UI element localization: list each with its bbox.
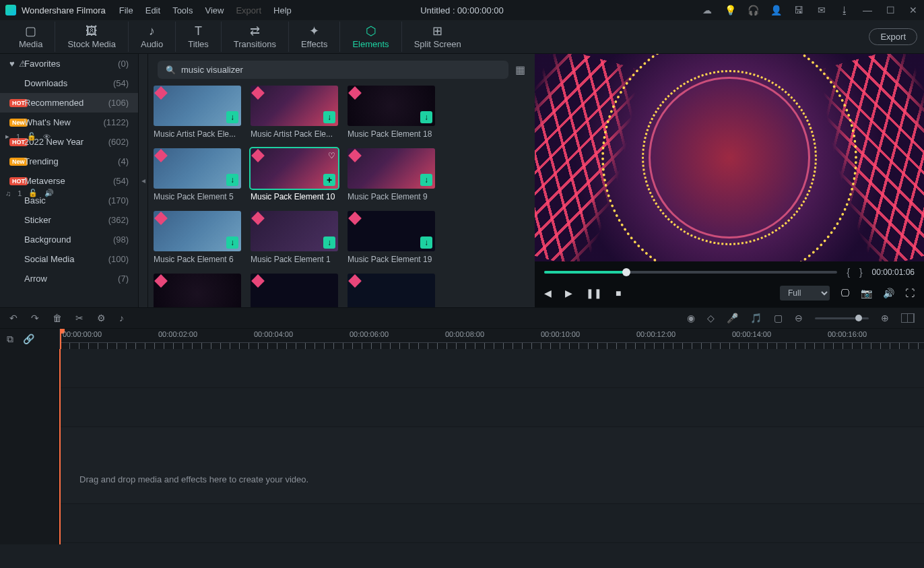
tab-effects[interactable]: ✦Effects [289,22,341,52]
lock-icon[interactable]: 🔓 [27,132,36,141]
sidebar-item-arrow[interactable]: Arrow(7) [0,269,138,288]
redo-icon[interactable]: ↷ [31,313,39,323]
timeline-link-icon[interactable]: 🔗 [23,334,34,344]
adjust-icon[interactable]: ⚙ [97,313,106,323]
save-icon[interactable]: 🖫 [793,5,804,15]
zoom-out-icon[interactable]: ⊖ [795,313,803,323]
pause-button[interactable]: ❚❚ [586,288,602,298]
playhead-line[interactable] [59,349,61,544]
timeline-body[interactable]: Drag and drop media and effects here to … [59,349,924,544]
menu-tools[interactable]: Tools [172,5,193,15]
element-card[interactable] [251,274,338,307]
snapshot-icon[interactable]: 📷 [861,288,872,298]
element-card[interactable]: ↓Music Pack Element 5 [154,148,241,201]
sidebar-item-trending[interactable]: NewTrending(4) [0,152,138,171]
lock-icon[interactable]: 🔓 [28,189,38,197]
download-icon[interactable]: ↓ [226,111,238,123]
audio-icon[interactable]: ♪ [119,313,124,323]
element-card[interactable]: ↓Music Pack Element 6 [154,211,241,264]
mail-icon[interactable]: ✉ [816,5,827,15]
element-card[interactable] [348,274,435,307]
element-thumb[interactable] [348,274,435,307]
delete-icon[interactable]: 🗑 [53,313,62,323]
music-icon[interactable]: 🎵 [750,313,762,323]
user-icon[interactable]: 👤 [770,5,781,15]
download-icon[interactable]: ↓ [420,174,432,186]
element-thumb[interactable] [251,274,338,307]
tab-titles[interactable]: TTitles [176,22,222,52]
element-thumb[interactable]: ↓ [154,148,241,189]
tab-transitions[interactable]: ⇄Transitions [222,22,289,52]
zoom-in-icon[interactable]: ⊕ [881,313,889,323]
sidebar-item-metaverse[interactable]: HOTMetaverse(54) [0,171,138,191]
element-thumb[interactable]: ↓ [154,86,241,126]
sidebar-item-social-media[interactable]: Social Media(100) [0,249,138,269]
element-thumb[interactable]: ↓ [251,86,338,126]
marker-icon[interactable]: ◇ [707,313,715,323]
tab-audio[interactable]: ♪Audio [129,22,176,52]
search-box[interactable]: 🔍 [158,61,508,79]
crop-icon[interactable]: ▢ [774,313,783,323]
menu-help[interactable]: Help [273,5,292,15]
scrub-track[interactable] [544,271,837,274]
download-icon[interactable]: ↓ [420,236,432,249]
record-voice-icon[interactable]: 🎤 [727,313,738,323]
timeline-ruler[interactable]: 00:00:00:0000:00:02:0000:00:04:0000:00:0… [59,329,924,349]
cut-icon[interactable]: ✂ [75,313,84,323]
tab-stock-media[interactable]: 🖼Stock Media [55,22,129,52]
sidebar-item-what-s-new[interactable]: NewWhat's New(1122) [0,113,138,132]
undo-icon[interactable]: ↶ [9,313,18,323]
sidebar-item-recommended[interactable]: HOTRecommended(106) [0,93,138,113]
quality-select[interactable]: Full [780,286,830,301]
playhead[interactable] [60,329,61,349]
download-icon[interactable]: ⭳ [839,5,850,15]
download-icon[interactable]: ↓ [323,236,335,249]
download-icon[interactable]: ↓ [420,111,432,123]
tab-elements[interactable]: ⬡Elements [340,22,401,52]
close-icon[interactable]: ✕ [908,5,919,15]
menu-edit[interactable]: Edit [145,5,160,15]
element-thumb[interactable]: ↓ [348,148,435,189]
download-icon[interactable]: ↓ [226,236,238,249]
mark-in-icon[interactable]: { [847,267,850,278]
element-thumb[interactable]: ↓ [251,211,338,251]
element-grid[interactable]: ↓Music Artist Pack Ele...↓Music Artist P… [148,86,535,307]
stop-button[interactable]: ■ [616,288,621,298]
element-thumb[interactable]: ♡+ [251,148,338,189]
headphones-icon[interactable]: 🎧 [748,5,758,15]
preview-canvas[interactable] [535,54,924,261]
download-icon[interactable]: ↓ [226,174,238,186]
favorite-icon[interactable]: ♡ [328,151,335,160]
element-thumb[interactable]: ↓ [348,86,435,126]
mute-icon[interactable]: 🔊 [44,189,54,197]
add-to-timeline-icon[interactable]: + [323,174,335,186]
fullscreen-icon[interactable]: ⛶ [905,288,915,298]
audio-track-header[interactable]: ♫ 1 🔓 🔊 [0,189,59,197]
grid-view-toggle[interactable]: ▦ [515,63,525,76]
element-card[interactable]: ↓Music Pack Element 1 [251,211,338,264]
sidebar-item-background[interactable]: Background(98) [0,230,138,249]
tab-split-screen[interactable]: ⊞Split Screen [402,22,473,52]
prev-frame-button[interactable]: ◀ [544,288,552,298]
sidebar-item-favorites[interactable]: ♥⚠Favorites(0) [0,54,138,73]
video-track-header[interactable]: ▸ 1 🔓 👁 [0,132,56,141]
sidebar-item-sticker[interactable]: Sticker(362) [0,210,138,230]
play-button[interactable]: ▶ [565,288,572,298]
element-card[interactable]: ↓Music Pack Element 19 [348,211,435,264]
element-card[interactable]: ↓Music Pack Element 9 [348,148,435,201]
element-thumb[interactable] [154,274,241,307]
element-thumb[interactable]: ↓ [348,211,435,251]
element-thumb[interactable]: ↓ [154,211,241,251]
menu-view[interactable]: View [205,5,224,15]
element-card[interactable] [154,274,241,307]
menu-file[interactable]: File [119,5,133,15]
export-button[interactable]: Export [869,28,917,45]
eye-icon[interactable]: 👁 [43,133,51,141]
dual-view-toggle[interactable] [901,313,915,323]
element-card[interactable]: ↓Music Artist Pack Ele... [251,86,338,139]
render-icon[interactable]: ◉ [687,313,695,323]
display-icon[interactable]: 🖵 [840,288,850,298]
timeline-snap-icon[interactable]: ⧉ [7,334,13,345]
volume-icon[interactable]: 🔊 [883,288,894,298]
download-icon[interactable]: ↓ [323,111,335,123]
